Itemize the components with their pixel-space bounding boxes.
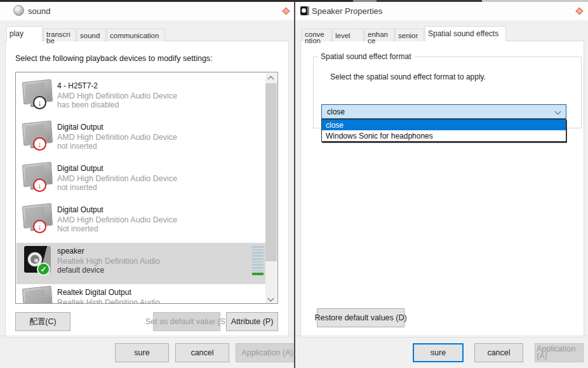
device-driver: Realtek High Definition Audio bbox=[57, 298, 160, 304]
device-status: has been disabled bbox=[57, 100, 119, 109]
cancel-button[interactable]: cancel bbox=[474, 343, 523, 362]
dropdown-option-windows-sonic[interactable]: Windows Sonic for headphones bbox=[322, 130, 566, 141]
chevron-down-icon bbox=[555, 109, 561, 115]
spatial-format-combobox[interactable]: close bbox=[321, 104, 566, 119]
default-device-check-icon: ✓ bbox=[37, 262, 50, 276]
sound-dialog-titlebar[interactable]: sound bbox=[0, 2, 294, 20]
device-row-realtek-digital[interactable]: Realtek Digital Output Realtek High Defi… bbox=[17, 284, 267, 304]
device-driver: AMD High Definition Audio Device bbox=[57, 133, 177, 142]
playback-device-list[interactable]: ↓ 4 - H25T7-2 AMD High Definition Audio … bbox=[15, 72, 278, 304]
monitor-icon: ↓ bbox=[22, 121, 56, 153]
sure-button[interactable]: sure bbox=[115, 343, 169, 362]
diamond-icon bbox=[282, 7, 290, 15]
restore-defaults-button[interactable]: Restore default values (D) bbox=[317, 308, 404, 327]
attribute-button[interactable]: Attribute (P) bbox=[226, 312, 278, 331]
footer-divider bbox=[0, 336, 294, 336]
device-status: not inserted bbox=[57, 142, 97, 151]
device-driver: AMD High Definition Audio Device bbox=[57, 215, 177, 224]
unplugged-down-arrow-icon: ↓ bbox=[33, 179, 46, 192]
tab-senior[interactable]: senior bbox=[395, 29, 424, 41]
device-name: Digital Output bbox=[57, 164, 104, 173]
speaker-tab-strip: convention level enhance senior Spatial … bbox=[302, 26, 506, 41]
scrollbar-thumb[interactable] bbox=[265, 83, 277, 261]
sound-dialog-title: sound bbox=[28, 6, 50, 16]
device-status: default device bbox=[57, 266, 104, 275]
monitor-icon: ↓ bbox=[22, 79, 56, 111]
spatial-instruction: Select the spatial sound effect format t… bbox=[330, 72, 486, 81]
device-name: 4 - H25T7-2 bbox=[57, 81, 98, 90]
screen: sound play transcribe sound communicatio… bbox=[0, 0, 588, 368]
device-name: Digital Output bbox=[57, 205, 104, 214]
device-status: Not inserted bbox=[57, 224, 98, 233]
speaker-box-icon bbox=[300, 6, 309, 15]
combobox-value: close bbox=[327, 107, 345, 116]
speaker-box-icon: ✓ bbox=[22, 245, 56, 276]
device-driver: AMD High Definition Audio Device bbox=[57, 92, 177, 100]
device-driver: Realtek High Definition Audio bbox=[57, 257, 160, 266]
device-status: not inserted bbox=[57, 183, 97, 192]
tab-play[interactable]: play bbox=[6, 26, 43, 41]
spatial-format-dropdown: close Windows Sonic for headphones bbox=[321, 119, 566, 142]
device-row-digital-3[interactable]: ↓ Digital Output AMD High Definition Aud… bbox=[17, 201, 267, 243]
unplugged-down-arrow-icon: ↓ bbox=[33, 137, 46, 151]
tab-convention[interactable]: convention bbox=[302, 29, 331, 41]
device-row-digital-1[interactable]: ↓ Digital Output AMD High Definition Aud… bbox=[17, 119, 267, 160]
speaker-ball-icon bbox=[13, 5, 24, 16]
scroll-up-icon[interactable] bbox=[268, 76, 274, 83]
device-name: speaker bbox=[57, 247, 84, 256]
tab-spatial-sound-effects[interactable]: Spatial sound effects bbox=[425, 26, 506, 41]
speaker-properties-dialog: Speaker Properties convention level enha… bbox=[294, 2, 588, 368]
cancel-button[interactable]: cancel bbox=[175, 343, 229, 362]
scroll-down-icon[interactable] bbox=[268, 296, 274, 302]
disabled-down-arrow-icon: ↓ bbox=[33, 96, 46, 109]
device-row-speaker-selected[interactable]: ✓ speaker Realtek High Definition Audio … bbox=[17, 243, 267, 284]
sure-button[interactable]: sure bbox=[413, 343, 464, 362]
speaker-properties-title: Speaker Properties bbox=[312, 6, 382, 16]
tab-sound[interactable]: sound bbox=[77, 29, 106, 41]
set-default-button[interactable]: Set as default value (S) bbox=[153, 312, 220, 331]
sound-tab-strip: play transcribe sound communication bbox=[6, 26, 165, 41]
playback-description: Select the following playback devices to… bbox=[15, 54, 213, 63]
unplugged-down-arrow-icon: ↓ bbox=[33, 220, 46, 233]
tab-transcribe[interactable]: transcribe bbox=[43, 29, 76, 41]
volume-level-meter bbox=[252, 246, 264, 275]
footer-divider bbox=[295, 336, 588, 336]
device-driver: AMD High Definition Audio Device bbox=[57, 174, 177, 183]
monitor-icon: ↓ bbox=[22, 162, 56, 194]
monitor-icon: ↓ bbox=[22, 203, 56, 235]
spatial-sound-panel: Spatial sound effect format Select the s… bbox=[300, 41, 584, 337]
groupbox-title: Spatial sound effect format bbox=[318, 52, 414, 61]
application-button[interactable]: Application (A) bbox=[535, 343, 584, 362]
device-row-h25t7[interactable]: ↓ 4 - H25T7-2 AMD High Definition Audio … bbox=[17, 78, 267, 119]
diamond-icon bbox=[575, 7, 584, 15]
tab-enhance[interactable]: enhance bbox=[364, 29, 394, 41]
device-name: Digital Output bbox=[57, 123, 104, 132]
speaker-properties-titlebar[interactable]: Speaker Properties bbox=[295, 2, 588, 20]
list-scrollbar[interactable] bbox=[265, 73, 277, 304]
tab-level[interactable]: level bbox=[332, 29, 364, 41]
monitor-icon bbox=[22, 286, 56, 304]
tab-communication[interactable]: communication bbox=[107, 29, 165, 41]
sound-dialog: sound play transcribe sound communicatio… bbox=[0, 2, 294, 368]
application-button[interactable]: Application (A) bbox=[236, 343, 294, 362]
device-row-digital-2[interactable]: ↓ Digital Output AMD High Definition Aud… bbox=[17, 160, 267, 201]
device-name: Realtek Digital Output bbox=[57, 288, 131, 297]
playback-panel: Select the following playback devices to… bbox=[5, 41, 289, 337]
dropdown-option-close[interactable]: close bbox=[322, 119, 566, 130]
configure-button[interactable]: 配置(C) bbox=[15, 312, 70, 331]
